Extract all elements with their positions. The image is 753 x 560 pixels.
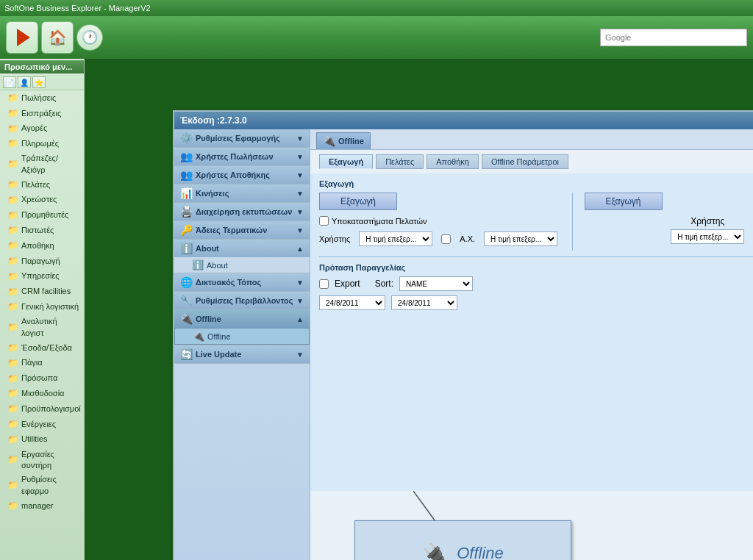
- home-button[interactable]: 🏠: [41, 21, 74, 54]
- sidebar-item-promitheftes[interactable]: 📁 Προμηθευτές: [0, 208, 84, 223]
- folder-icon: 📁: [7, 286, 18, 298]
- subsidiary-checkbox[interactable]: [319, 216, 329, 226]
- sidebar-item-label: Προμηθευτές: [21, 209, 68, 220]
- content-area: Εξαγωγή Εξαγωγή Υποκαταστήματα Πελατών: [310, 173, 753, 491]
- section-label: Ρυθμίσεις Περιβάλλοντος: [196, 296, 293, 305]
- sidebar-item-paragogi[interactable]: 📁 Παραγωγή: [0, 254, 84, 269]
- date-from-dropdown[interactable]: 24/8/2011: [319, 295, 385, 310]
- proposal-label: Πρόταση Παραγγελίας: [319, 263, 753, 272]
- sidebar-item-label: Παραγωγή: [21, 256, 60, 267]
- section-icon: 🔌: [180, 313, 193, 325]
- section-header-xristes-apo[interactable]: 👥 Χρήστες Αποθήκης ▼: [174, 166, 310, 184]
- sidebar-item-esoda[interactable]: 📁 Έσοδα/Έξοδα: [0, 340, 84, 356]
- expand-icon: ▲: [296, 245, 304, 253]
- offline-tab-header[interactable]: 🔌 Offline: [316, 132, 371, 149]
- sidebar-item-xreostes[interactable]: 📁 Χρεώστες: [0, 193, 84, 208]
- folder-icon: 📁: [7, 270, 18, 283]
- section-header-rythmiseis[interactable]: ⚙️ Ρυθμίσεις Εφαρμογής ▼: [174, 129, 310, 147]
- user-dropdown-right[interactable]: Η τιμή επεξερ...: [671, 229, 744, 244]
- sidebar-item-crm[interactable]: 📁 CRM facilities: [0, 284, 84, 300]
- section-header-adeies[interactable]: 🔑 Άδειες Τερματικών ▼: [174, 221, 310, 239]
- section-header-about[interactable]: ℹ️ About ▲: [174, 240, 310, 257]
- sidebar-item-agores[interactable]: 📁 Αγορές: [0, 121, 84, 137]
- ax-dropdown[interactable]: Η τιμή επεξερ...: [484, 231, 557, 246]
- date-to-dropdown[interactable]: 24/8/2011: [391, 295, 457, 310]
- export-checkbox[interactable]: [319, 279, 329, 289]
- section-header-xristes-pol[interactable]: 👥 Χρήστες Πωλήσεων ▼: [174, 148, 310, 165]
- sidebar-item-label: Πιστωτές: [21, 225, 54, 236]
- dialog-left-panel: ⚙️ Ρυθμίσεις Εφαρμογής ▼ 👥 Χρήστες Πωλήσ…: [174, 129, 310, 560]
- section-live-update: 🔄 Live Update ▼: [174, 345, 310, 364]
- sidebar-item-poliseis[interactable]: 📁 Πωλήσεις: [0, 90, 84, 106]
- ax-checkbox[interactable]: [441, 234, 451, 244]
- section-header-offline[interactable]: 🔌 Offline ▲: [174, 310, 310, 328]
- sidebar-item-energeies[interactable]: 📁 Ενέργειες: [0, 417, 84, 432]
- sidebar-item-eispraxeis[interactable]: 📁 Εισπράξεις: [0, 106, 84, 121]
- dialog: Έκδοση :2.7.3.0 ─ □ ✕ ⚙️ Ρυθμίσεις Εφαρμ…: [173, 110, 753, 560]
- section-offline: 🔌 Offline ▲ 🔌 Offline: [174, 310, 310, 345]
- user-dropdown-left[interactable]: Η τιμή επεξερ...: [359, 231, 432, 246]
- app-container: SoftOne Business Explorer - ManagerV2 🏠 …: [0, 0, 753, 560]
- section-header-kiniseis[interactable]: 📊 Κινήσεις ▼: [174, 184, 310, 202]
- folder-icon: 📁: [7, 179, 18, 191]
- play-button[interactable]: [6, 21, 38, 54]
- clock-button[interactable]: 🕐: [76, 24, 103, 51]
- tab-exagogi[interactable]: Εξαγωγή: [319, 154, 373, 169]
- sidebar-item-apothiki[interactable]: 📁 Αποθήκη: [0, 238, 84, 254]
- sidebar-item-label: Υπηρεσίες: [21, 270, 60, 281]
- sidebar-item-analytiki[interactable]: 📁 Αναλυτική λογιστ: [0, 315, 84, 340]
- popup-area: 🔌 Offline: [310, 491, 753, 560]
- tab-pelates[interactable]: Πελάτες: [376, 154, 424, 169]
- sidebar-item-pagia[interactable]: 📁 Πάγια: [0, 356, 84, 371]
- proposal-row: Export Sort: NAME: [319, 276, 753, 291]
- sidebar-item-label: Τράπεζες/Αξιόγρ: [21, 153, 79, 176]
- tab-apothiki[interactable]: Αποθήκη: [427, 154, 479, 169]
- sidebar-item-misdosia[interactable]: 📁 Μισθοδοσία: [0, 386, 84, 401]
- title-bar: SoftOne Business Explorer - ManagerV2: [0, 0, 753, 16]
- expand-icon: ▼: [296, 208, 304, 216]
- offline-item[interactable]: 🔌 Offline: [174, 328, 310, 345]
- user-label-right: Χρήστης: [690, 216, 724, 226]
- sidebar-item-trapezes[interactable]: 📁 Τράπεζες/Αξιόγρ: [0, 151, 84, 177]
- section-header-diaxeirisi[interactable]: 🖨️ Διαχείρηση εκτυπώσεων ▼: [174, 203, 310, 220]
- sidebar-item-pistotes[interactable]: 📁 Πιστωτές: [0, 223, 84, 238]
- sidebar-item-utilities[interactable]: 📁 Utilities: [0, 432, 84, 448]
- section-header-diktiacos[interactable]: 🌐 Δικτυακός Τόπος ▼: [174, 273, 310, 291]
- sidebar-item-ergasies[interactable]: 📁 Εργασίες συντήρη: [0, 448, 84, 473]
- sidebar-item-ypiresies[interactable]: 📁 Υπηρεσίες: [0, 269, 84, 284]
- section-xristes-apo: 👥 Χρήστες Αποθήκης ▼: [174, 166, 310, 184]
- sidebar-item-label: Μισθοδοσία: [21, 388, 64, 399]
- sidebar-new-btn[interactable]: 📄: [3, 76, 16, 88]
- sidebar-item-prosopa[interactable]: 📁 Πρόσωπα: [0, 371, 84, 387]
- section-header-rythmiseis-per[interactable]: 🔧 Ρυθμίσεις Περιβάλλοντος ▼: [174, 292, 310, 309]
- section-header-live-update[interactable]: 🔄 Live Update ▼: [174, 345, 310, 363]
- sidebar-person-btn[interactable]: 👤: [18, 76, 31, 88]
- popup-text: Offline: [457, 544, 504, 560]
- sidebar-item-pliromes[interactable]: 📁 Πληρωμές: [0, 136, 84, 151]
- left-column: Εξαγωγή Υποκαταστήματα Πελατών Χρήστης: [319, 193, 573, 251]
- dialog-title-bar: Έκδοση :2.7.3.0 ─ □ ✕: [174, 112, 753, 129]
- sidebar-item-label: Αποθήκη: [21, 240, 54, 251]
- about-item-label: About: [207, 261, 228, 270]
- expand-icon: ▼: [296, 171, 304, 179]
- tab-offline-params[interactable]: Offline Παράμετροι: [482, 154, 568, 169]
- sidebar-item-rythmiseis[interactable]: 📁 Ρυθμίσεις εφαρμο: [0, 473, 84, 498]
- sidebar-item-label: Γενική λογιστική: [21, 301, 79, 312]
- section-rythmiseis: ⚙️ Ρυθμίσεις Εφαρμογής ▼: [174, 129, 310, 148]
- section-icon: 📊: [180, 187, 193, 199]
- offline-item-label: Offline: [207, 332, 231, 341]
- sidebar-item-manager[interactable]: 📁 manager: [0, 498, 84, 514]
- folder-icon: 📁: [7, 194, 18, 207]
- sidebar-star-btn[interactable]: ⭐: [32, 76, 46, 88]
- sidebar-item-geniki[interactable]: 📁 Γενική λογιστική: [0, 299, 84, 315]
- left-export-button[interactable]: Εξαγωγή: [319, 193, 397, 210]
- section-label: Διαχείρηση εκτυπώσεων: [196, 207, 292, 216]
- about-item[interactable]: ℹ️ About: [174, 257, 310, 273]
- folder-icon: 📁: [7, 137, 18, 150]
- right-export-button[interactable]: Εξαγωγή: [585, 193, 663, 210]
- section-icon: ℹ️: [180, 243, 193, 254]
- sidebar-item-proypologismoi[interactable]: 📁 Προϋπολογισμοί: [0, 401, 84, 417]
- sidebar-item-pelates[interactable]: 📁 Πελάτες: [0, 177, 84, 193]
- search-input[interactable]: [600, 29, 747, 46]
- sort-dropdown[interactable]: NAME: [399, 276, 473, 291]
